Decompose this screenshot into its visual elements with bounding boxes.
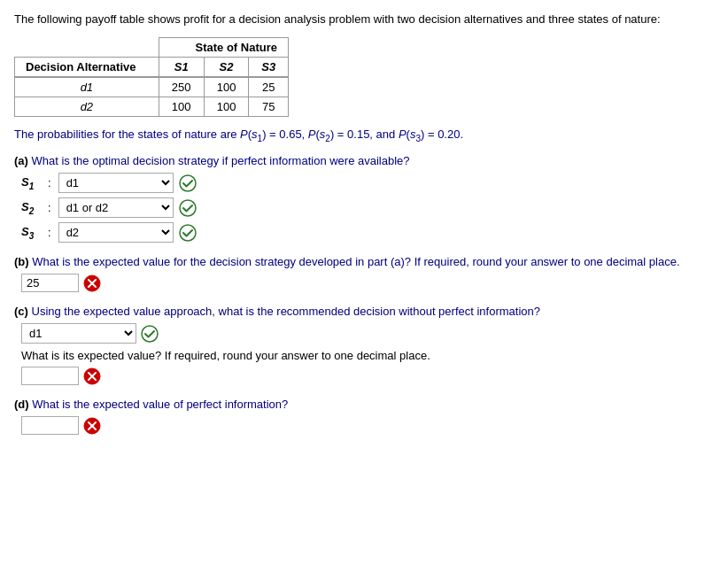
part-a-s1-select[interactable]: d1 d2 d1 or d2	[58, 173, 174, 193]
part-d-x-icon	[83, 417, 101, 435]
svg-point-0	[180, 175, 196, 191]
part-a-s2-select[interactable]: d1 d2 d1 or d2	[58, 197, 174, 218]
svg-point-1	[180, 200, 196, 216]
part-a-s2-row: S2 : d1 d2 d1 or d2	[21, 197, 714, 218]
part-b-block: (b) What is the expected value for the d…	[14, 255, 714, 292]
col-header: Decision Alternative	[15, 57, 159, 77]
part-c-select[interactable]: d1 d2	[21, 323, 136, 344]
part-d-block: (d) What is the expected value of perfec…	[14, 398, 714, 435]
d2-s3-val: 75	[249, 97, 289, 116]
d1-row-label: d1	[15, 77, 159, 97]
part-b-input[interactable]	[21, 274, 79, 292]
part-a-s2-check-icon	[179, 199, 197, 217]
part-c-check-icon	[141, 325, 159, 343]
part-c-sub-question: What is its expected value? If required,…	[21, 349, 714, 362]
d2-row-label: d2	[15, 97, 159, 116]
prob-text: The probabilities for the states of natu…	[14, 126, 714, 146]
part-d-input[interactable]	[21, 416, 79, 435]
d1-s3-val: 25	[249, 77, 289, 97]
part-b-x-icon	[83, 274, 101, 292]
s2-header: S2	[204, 57, 249, 77]
svg-point-2	[180, 225, 196, 241]
part-a-s3-check-icon	[179, 224, 197, 242]
s1-label: S1	[21, 175, 43, 191]
d1-s2-val: 100	[204, 77, 249, 97]
intro-text: The following payoff table shows profit …	[14, 11, 714, 28]
payoff-table: State of Nature Decision Alternative S1 …	[14, 37, 289, 117]
s1-header: S1	[159, 57, 204, 77]
d2-s1-val: 100	[159, 97, 204, 116]
part-c-x-icon	[83, 367, 101, 385]
part-b-input-row	[21, 274, 714, 292]
part-a-question: (a) What is the optimal decision strateg…	[14, 154, 714, 167]
part-a-s1-row: S1 : d1 d2 d1 or d2	[21, 173, 714, 193]
part-a-s1-check-icon	[179, 174, 197, 192]
part-c-input[interactable]	[21, 367, 79, 385]
part-a-block: (a) What is the optimal decision strateg…	[14, 154, 714, 243]
state-of-nature-header: State of Nature	[159, 37, 288, 57]
part-a-s3-row: S3 : d1 d2 d1 or d2	[21, 222, 714, 243]
s3-label: S3	[21, 225, 43, 241]
part-d-question: (d) What is the expected value of perfec…	[14, 398, 714, 411]
s2-label: S2	[21, 200, 43, 216]
d2-s2-val: 100	[204, 97, 249, 116]
part-b-question: (b) What is the expected value for the d…	[14, 255, 714, 268]
part-c-question: (c) Using the expected value approach, w…	[14, 305, 714, 318]
d1-s1-val: 250	[159, 77, 204, 97]
part-c-block: (c) Using the expected value approach, w…	[14, 305, 714, 385]
s3-header: S3	[249, 57, 289, 77]
part-c-dropdown-row: d1 d2	[21, 323, 714, 344]
svg-point-6	[142, 326, 158, 342]
part-c-input-row	[21, 367, 714, 385]
part-d-input-row	[21, 416, 714, 435]
part-a-s3-select[interactable]: d1 d2 d1 or d2	[58, 222, 174, 243]
